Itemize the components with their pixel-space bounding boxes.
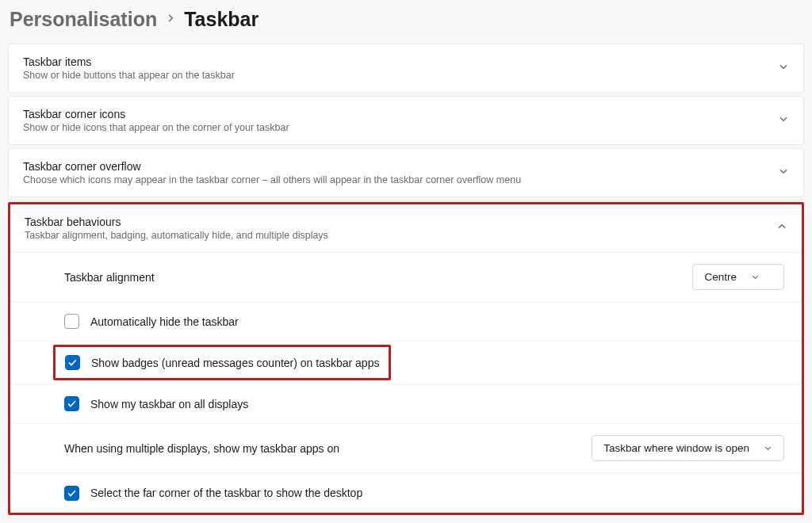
breadcrumb: Personalisation Taskbar: [0, 0, 812, 44]
multi-display-select[interactable]: Taskbar where window is open: [592, 435, 784, 461]
panel-corner-overflow[interactable]: Taskbar corner overflow Choose which ico…: [8, 148, 804, 197]
panel-subtitle: Show or hide buttons that appear on the …: [23, 70, 235, 81]
setting-far-corner: Select the far corner of the taskbar to …: [10, 473, 802, 513]
setting-multi-display: When using multiple displays, show my ta…: [10, 424, 802, 473]
panel-taskbar-items[interactable]: Taskbar items Show or hide buttons that …: [8, 44, 804, 93]
alignment-select[interactable]: Centre: [692, 264, 784, 290]
panel-subtitle: Show or hide icons that appear on the co…: [23, 122, 289, 133]
select-value: Centre: [704, 271, 737, 283]
setting-auto-hide: Automatically hide the taskbar: [10, 302, 802, 342]
behaviours-settings-list: Taskbar alignment Centre Automatically h…: [10, 253, 802, 513]
setting-label: Select the far corner of the taskbar to …: [90, 487, 362, 499]
checkbox-auto-hide[interactable]: [64, 314, 79, 329]
setting-label: Taskbar alignment: [64, 271, 155, 284]
panel-title: Taskbar corner overflow: [23, 160, 521, 173]
panel-title: Taskbar corner icons: [23, 108, 289, 120]
chevron-right-icon: [165, 11, 176, 28]
setting-label: When using multiple displays, show my ta…: [64, 442, 339, 455]
panel-title: Taskbar behaviours: [25, 216, 328, 228]
checkbox-all-displays[interactable]: [64, 396, 79, 411]
highlight-behaviours-section: Taskbar behaviours Taskbar alignment, ba…: [8, 202, 804, 515]
highlight-badges-option: Show badges (unread messages counter) on…: [53, 345, 391, 380]
setting-label: Show badges (unread messages counter) on…: [91, 357, 379, 369]
setting-label: Automatically hide the taskbar: [90, 315, 239, 328]
setting-badges: Show badges (unread messages counter) on…: [10, 342, 802, 384]
chevron-down-icon: [778, 61, 789, 75]
panel-behaviours[interactable]: Taskbar behaviours Taskbar alignment, ba…: [10, 204, 802, 253]
panel-subtitle: Taskbar alignment, badging, automaticall…: [25, 230, 328, 241]
setting-label: Show my taskbar on all displays: [90, 398, 248, 410]
panel-subtitle: Choose which icons may appear in the tas…: [23, 174, 521, 185]
setting-all-displays: Show my taskbar on all displays: [10, 384, 802, 424]
select-value: Taskbar where window is open: [603, 442, 749, 454]
breadcrumb-current: Taskbar: [184, 8, 259, 31]
panel-title: Taskbar items: [23, 55, 235, 68]
chevron-down-icon: [778, 113, 789, 128]
chevron-down-icon: [778, 166, 789, 180]
breadcrumb-parent[interactable]: Personalisation: [10, 8, 157, 31]
checkbox-far-corner[interactable]: [64, 486, 79, 501]
panel-corner-icons[interactable]: Taskbar corner icons Show or hide icons …: [8, 96, 804, 145]
setting-taskbar-alignment: Taskbar alignment Centre: [10, 253, 802, 302]
chevron-up-icon: [776, 221, 787, 235]
checkbox-badges[interactable]: [65, 355, 80, 370]
